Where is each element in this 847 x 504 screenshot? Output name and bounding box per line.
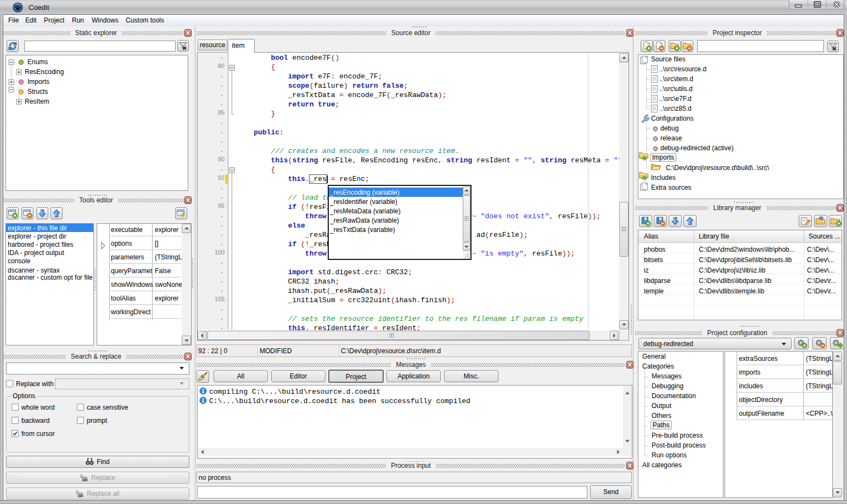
svg-text:ab: ab: [83, 477, 88, 482]
svg-text:ab: ab: [78, 493, 83, 498]
